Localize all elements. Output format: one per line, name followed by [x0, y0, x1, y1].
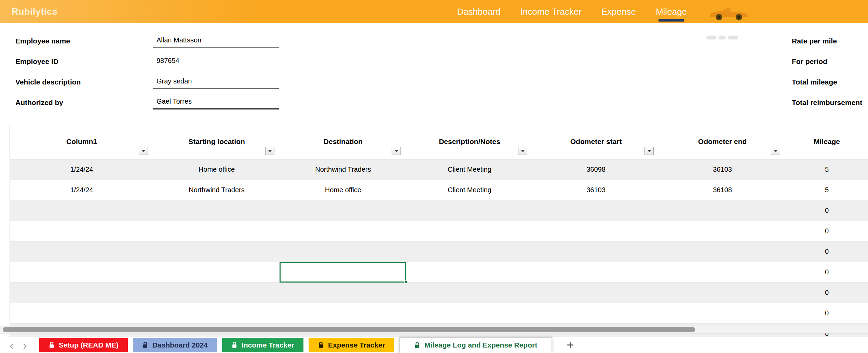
sheet-tab[interactable]: Expense Tracker [309, 338, 394, 352]
nav-item[interactable]: Income Tracker [520, 6, 582, 17]
table-cell[interactable] [153, 283, 280, 303]
table-cell[interactable] [153, 241, 280, 262]
table-cell[interactable] [280, 200, 406, 221]
table-cell[interactable] [406, 200, 533, 221]
table-cell[interactable] [406, 262, 533, 282]
lock-icon [142, 341, 148, 349]
table-cell[interactable] [153, 303, 280, 323]
add-sheet-button[interactable]: + [567, 339, 574, 351]
table-cell[interactable]: 36103 [659, 159, 786, 180]
chevron-down-icon [268, 150, 272, 152]
table-cell[interactable] [10, 303, 153, 323]
table-cell[interactable] [659, 283, 786, 303]
table-row: 0 [10, 200, 868, 221]
table-cell[interactable] [153, 262, 280, 282]
table-cell[interactable] [533, 283, 659, 303]
fill-handle[interactable] [404, 280, 407, 284]
table-cell[interactable]: Home office [153, 159, 280, 180]
table-cell[interactable] [406, 283, 533, 303]
filter-dropdown-button[interactable] [645, 147, 654, 155]
car-icon [708, 3, 750, 23]
table-cell[interactable] [406, 241, 533, 262]
table-cell[interactable] [533, 241, 659, 262]
app-header: Rubilytics Dashboard Income Tracker Expe… [0, 0, 868, 23]
selected-cell[interactable] [280, 262, 406, 283]
table-cell[interactable]: 0 [786, 241, 868, 262]
horizontal-scrollbar[interactable] [0, 326, 868, 334]
table-cell[interactable]: 1/24/24 [10, 159, 153, 180]
sheet-tab[interactable]: Mileage Log and Expense Report [399, 337, 552, 353]
summary-label: Total mileage [792, 72, 862, 92]
table-row: 0 [10, 262, 868, 283]
table-cell[interactable] [10, 283, 153, 303]
faint-artifact [706, 35, 744, 41]
table-cell[interactable] [659, 303, 786, 323]
filter-dropdown-button[interactable] [265, 147, 274, 155]
table-cell[interactable] [10, 241, 153, 262]
table-cell[interactable]: 0 [786, 221, 868, 241]
table-cell[interactable] [153, 200, 280, 221]
table-cell[interactable]: 0 [786, 262, 868, 282]
table-cell[interactable]: 36108 [659, 180, 786, 200]
filter-dropdown-button[interactable] [392, 147, 401, 155]
table-cell[interactable]: Client Meeting [406, 180, 533, 200]
column-header: Odometer end [659, 125, 786, 159]
table-cell[interactable]: 5 [786, 159, 868, 180]
table-cell[interactable]: Home office [280, 180, 406, 200]
table-cell[interactable] [659, 200, 786, 221]
table-cell[interactable] [153, 221, 280, 241]
table-cell[interactable]: 0 [786, 283, 868, 303]
table-cell[interactable]: 0 [786, 200, 868, 221]
table-row: 1/24/24 Northwind Traders Home office Cl… [10, 180, 868, 200]
table-cell[interactable]: 0 [786, 303, 868, 323]
sheet-tab[interactable]: Dashboard 2024 [133, 338, 217, 352]
table-body: 1/24/24 Home office Northwind Traders Cl… [10, 159, 868, 344]
table-cell[interactable] [659, 262, 786, 282]
filter-dropdown-button[interactable] [771, 147, 780, 155]
table-cell[interactable]: 36098 [533, 159, 659, 180]
table-cell[interactable] [280, 283, 406, 303]
form-field-value[interactable]: 987654 [153, 55, 279, 68]
table-cell[interactable]: Northwind Traders [280, 159, 406, 180]
form-field-value[interactable]: Gael Torres [153, 96, 279, 109]
form-field-value[interactable]: Gray sedan [153, 76, 279, 89]
table-cell[interactable]: 1/24/24 [10, 180, 153, 200]
table-cell[interactable] [533, 200, 659, 221]
next-sheet-arrow-icon[interactable]: › [21, 339, 29, 351]
nav-item-label: Expense [601, 6, 636, 17]
table-cell[interactable] [533, 221, 659, 241]
scrollbar-thumb[interactable] [3, 327, 695, 332]
form-field-label: Vehicle description [15, 78, 81, 86]
column-header: Description/Notes [406, 125, 533, 159]
nav-item[interactable]: Dashboard [457, 6, 500, 17]
form-field-value[interactable]: Allan Mattsson [153, 35, 279, 48]
table-cell[interactable]: 5 [786, 180, 868, 200]
form-field-label: Employee ID [15, 57, 58, 66]
table-cell[interactable] [533, 262, 659, 282]
table-cell[interactable] [406, 221, 533, 241]
top-nav: Dashboard Income Tracker Expense Mileage [457, 0, 687, 23]
table-cell[interactable] [406, 303, 533, 323]
nav-item[interactable]: Expense [601, 6, 636, 17]
form-field-label: Authorized by [15, 99, 63, 107]
sheet-tab[interactable]: Income Tracker [222, 338, 303, 352]
table-cell[interactable] [659, 221, 786, 241]
nav-item[interactable]: Mileage [656, 6, 687, 17]
table-cell[interactable] [280, 221, 406, 241]
table-cell[interactable] [533, 303, 659, 323]
table-cell[interactable] [10, 262, 153, 282]
table-cell[interactable] [659, 241, 786, 262]
sheet-tab[interactable]: Setup (READ ME) [39, 338, 128, 352]
table-cell[interactable]: Client Meeting [406, 159, 533, 180]
filter-dropdown-button[interactable] [518, 147, 527, 155]
sheet-tab-label: Setup (READ ME) [59, 341, 119, 349]
table-cell[interactable] [10, 200, 153, 221]
prev-sheet-arrow-icon[interactable]: ‹ [8, 339, 15, 351]
filter-dropdown-button[interactable] [139, 147, 148, 155]
table-cell[interactable] [280, 303, 406, 323]
table-cell[interactable] [10, 221, 153, 241]
column-header-label: Description/Notes [439, 138, 500, 159]
table-cell[interactable] [280, 241, 406, 262]
table-cell[interactable]: 36103 [533, 180, 659, 200]
table-cell[interactable]: Northwind Traders [153, 180, 280, 200]
